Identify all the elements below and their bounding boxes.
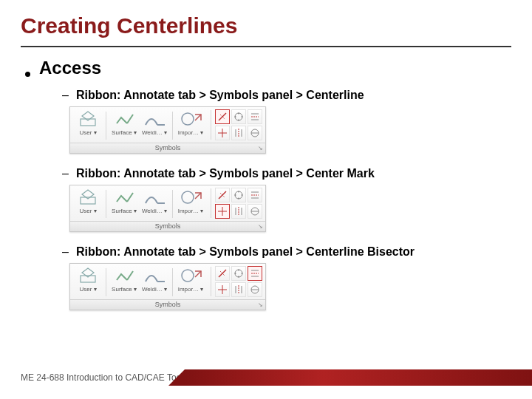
symbols-panel: UserSurfaceWeldi…Impor…Symbols↘	[69, 263, 266, 310]
ribbon-big-glyph-icon	[112, 110, 136, 128]
centerline-icon	[217, 190, 228, 200]
svg-point-47	[182, 270, 194, 282]
hole-pattern-button[interactable]	[231, 188, 246, 202]
ribbon-big-glyph-icon	[76, 267, 100, 284]
svg-line-1	[127, 115, 133, 123]
ribbon-big-label: User	[74, 129, 102, 143]
svg-point-25	[182, 191, 194, 203]
sub-item-center-mark: – Ribbon: Annotate tab > Symbols panel >…	[62, 167, 513, 180]
symbols-panel: UserSurfaceWeldi…Impor…Symbols↘	[69, 185, 266, 232]
hole-pattern-button[interactable]	[231, 266, 246, 281]
dialog-launcher-icon[interactable]: ↘	[258, 301, 263, 308]
ribbon-big-button[interactable]: Impor…	[176, 265, 205, 299]
svg-point-55	[235, 273, 236, 274]
ribbon-big-glyph-icon	[143, 110, 166, 128]
bullet-dot-icon	[25, 72, 30, 77]
datum-target-icon	[250, 284, 260, 295]
ribbon-big-button[interactable]: Weldi…	[140, 187, 169, 221]
centerline-bisector-button[interactable]	[248, 109, 262, 124]
svg-point-31	[242, 194, 243, 196]
ribbon-big-label: User	[74, 208, 102, 221]
ribbon-big-button[interactable]: Surface	[109, 187, 139, 221]
svg-point-10	[238, 120, 239, 121]
footer-bar	[0, 369, 532, 386]
svg-point-30	[238, 191, 239, 193]
ribbon-big-glyph-icon	[143, 267, 166, 284]
svg-point-33	[235, 194, 236, 196]
ribbon-big-button[interactable]: User	[73, 265, 103, 299]
ribbon-separator	[106, 112, 106, 140]
svg-point-54	[238, 276, 239, 278]
dialog-launcher-icon[interactable]: ↘	[258, 223, 263, 230]
ribbon-big-label: Surface	[110, 208, 138, 221]
title-rule	[21, 46, 511, 47]
sub-item-centerline-bisector: – Ribbon: Annotate tab > Symbols panel >…	[62, 245, 513, 259]
svg-point-3	[182, 113, 194, 125]
datum-target-button[interactable]	[248, 126, 262, 140]
svg-point-11	[235, 116, 236, 117]
ribbon-big-glyph-icon	[76, 188, 100, 206]
sub-item-label: Ribbon: Annotate tab > Symbols panel > C…	[76, 167, 375, 180]
ribbon-big-label: User	[74, 286, 102, 299]
ribbon-big-glyph-icon	[179, 267, 202, 284]
ribbon-big-button[interactable]: Weldi…	[140, 109, 169, 143]
sub-item-label: Ribbon: Annotate tab > Symbols panel > C…	[76, 245, 415, 259]
ribbon-separator	[172, 190, 173, 218]
center-mark-button[interactable]	[215, 282, 230, 297]
bullet-dash-icon: –	[62, 245, 69, 259]
centerline-bisector-button[interactable]	[248, 266, 262, 281]
ribbon-big-label: Impor…	[177, 129, 205, 143]
symmetry-button[interactable]	[231, 126, 246, 140]
symmetry-button[interactable]	[231, 282, 246, 297]
ribbon-big-glyph-icon	[112, 267, 136, 284]
centerline-icon	[217, 112, 228, 122]
ribbon-big-button[interactable]: User	[73, 187, 103, 221]
centerline-button[interactable]	[215, 109, 230, 124]
centerline-bisector-icon	[250, 190, 260, 200]
svg-point-9	[242, 116, 243, 117]
ribbon-big-label: Impor…	[177, 208, 205, 221]
bullet-access: Access	[25, 58, 513, 78]
ribbon-big-button[interactable]: Surface	[109, 109, 139, 143]
ribbon-big-button[interactable]: User	[73, 109, 103, 143]
ribbon-big-glyph-icon	[112, 188, 136, 206]
centerline-button[interactable]	[215, 266, 230, 281]
ribbon-panel-caption: Symbols↘	[70, 143, 265, 153]
ribbon-separator	[211, 110, 211, 140]
centerline-button[interactable]	[215, 188, 230, 202]
hole-pattern-button[interactable]	[231, 109, 246, 124]
ribbon-big-button[interactable]: Impor…	[176, 187, 205, 221]
ribbon-big-glyph-icon	[143, 188, 166, 206]
svg-point-53	[242, 273, 243, 274]
center-mark-button[interactable]	[215, 126, 230, 140]
svg-line-4	[195, 115, 201, 120]
datum-target-button[interactable]	[248, 282, 262, 297]
datum-target-button[interactable]	[248, 204, 262, 219]
ribbon-big-label: Surface	[110, 129, 138, 143]
symmetry-button[interactable]	[231, 204, 246, 219]
hole-pattern-icon	[233, 112, 244, 122]
centerline-icon	[217, 268, 228, 279]
ribbon-separator	[211, 188, 211, 218]
center-mark-button[interactable]	[215, 204, 230, 219]
ribbon-big-button[interactable]: Impor…	[176, 109, 205, 143]
hole-pattern-icon	[233, 268, 244, 279]
svg-line-26	[195, 193, 201, 199]
ribbon-separator	[172, 112, 173, 140]
symmetry-icon	[233, 206, 244, 216]
centerline-bisector-button[interactable]	[248, 188, 262, 202]
centerline-bisector-icon	[250, 112, 260, 122]
ribbon-big-label: Impor…	[177, 286, 205, 299]
ribbon-separator	[106, 190, 106, 218]
ribbon-big-button[interactable]: Surface	[109, 265, 139, 299]
svg-point-8	[238, 113, 239, 115]
ribbon-separator	[211, 267, 211, 296]
svg-point-52	[238, 270, 239, 271]
center-mark-icon	[217, 128, 228, 138]
ribbon-big-button[interactable]: Weldi…	[140, 265, 169, 299]
dialog-launcher-icon[interactable]: ↘	[258, 145, 263, 151]
svg-line-23	[127, 193, 133, 202]
symmetry-icon	[233, 128, 244, 138]
svg-line-48	[195, 271, 201, 277]
symbols-panel: UserSurfaceWeldi…Impor…Symbols↘	[69, 106, 266, 154]
